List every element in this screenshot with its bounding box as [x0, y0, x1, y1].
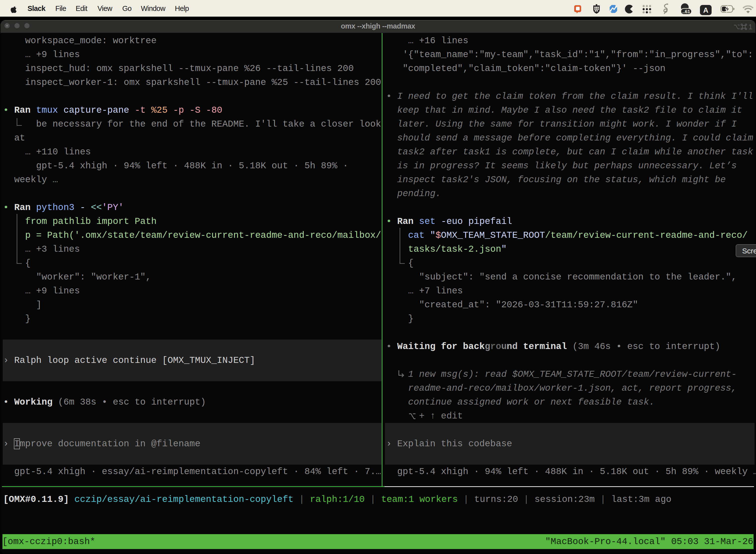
svg-text:A: A: [703, 6, 708, 14]
svg-text:..61: ..61: [682, 9, 690, 14]
